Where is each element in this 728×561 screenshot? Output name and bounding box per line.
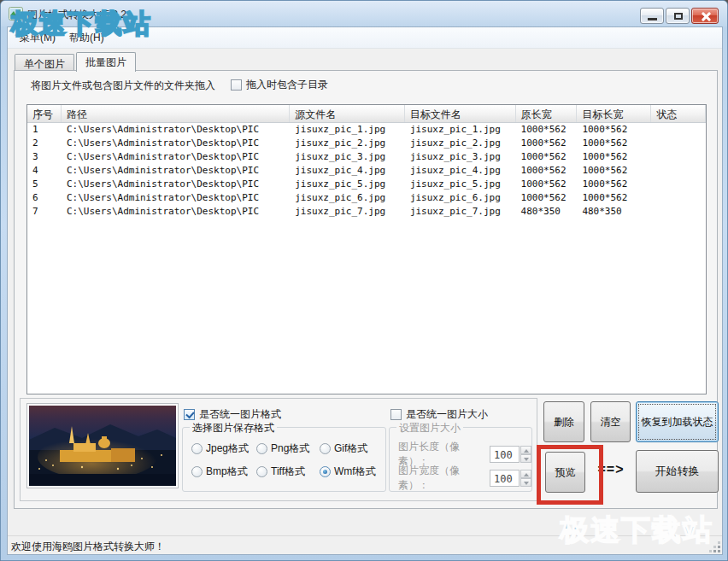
clear-button[interactable]: 清空: [590, 401, 631, 442]
format-groupbox: 选择图片保存格式 Jpeg格式 Png格式 Gif格式 Bmp格式: [182, 427, 386, 492]
table-row[interactable]: 3C:\Users\Administrator\Desktop\PICjisux…: [27, 150, 706, 164]
table-cell-index: 6: [27, 191, 62, 205]
app-window: 图片格式转换大师 3.2 菜单(M) 帮助(H) 单个图片 批量图片 将图片文件…: [0, 0, 728, 561]
table-cell-target: jisuxz_pic_2.jpg: [405, 137, 516, 150]
delete-button[interactable]: 删除: [543, 401, 584, 442]
radio-jpeg-label: Jpeg格式: [206, 441, 249, 456]
down-arrow-icon[interactable]: [520, 454, 531, 463]
table-cell-index: 4: [27, 164, 62, 178]
col-header-index[interactable]: 序号: [27, 105, 62, 122]
table-cell-index: 7: [27, 205, 62, 219]
col-header-path[interactable]: 路径: [62, 105, 290, 122]
table-cell-target: jisuxz_pic_6.jpg: [405, 191, 516, 205]
table-cell-path: C:\Users\Administrator\Desktop\PIC: [62, 205, 290, 219]
col-header-status[interactable]: 状态: [651, 105, 706, 122]
preview-thumbnail: [26, 403, 179, 488]
tab-batch-images[interactable]: 批量图片: [76, 52, 136, 72]
restore-button[interactable]: 恢复到加载状态: [636, 401, 719, 442]
unify-size-label: 是否统一图片大小: [406, 407, 488, 422]
length-stepper[interactable]: [520, 446, 531, 463]
table-cell-target_size: 1000*562: [577, 137, 651, 150]
menu-item-system[interactable]: 菜单(M): [13, 28, 62, 48]
table-cell-target_size: 1000*562: [577, 178, 651, 191]
table-cell-index: 2: [27, 137, 62, 150]
table-row[interactable]: 7C:\Users\Administrator\Desktop\PICjisux…: [27, 205, 706, 219]
window-title: 图片格式转换大师 3.2: [27, 8, 126, 22]
up-arrow-icon[interactable]: [520, 446, 531, 454]
night-city-image: [29, 406, 176, 486]
radio-wmf[interactable]: [320, 466, 331, 477]
table-cell-path: C:\Users\Administrator\Desktop\PIC: [62, 191, 290, 205]
table-cell-orig_size: 480*350: [516, 205, 578, 219]
col-header-target-size[interactable]: 目标长宽: [577, 105, 651, 122]
table-row[interactable]: 5C:\Users\Administrator\Desktop\PICjisux…: [27, 178, 706, 191]
unify-format-checkbox[interactable]: [184, 409, 195, 420]
table-cell-orig_size: 1000*562: [516, 150, 578, 164]
table-cell-source: jisuxz_pic_4.jpg: [290, 164, 405, 178]
radio-gif[interactable]: [320, 443, 331, 454]
table-cell-status: [651, 150, 706, 164]
table-row[interactable]: 2C:\Users\Administrator\Desktop\PICjisux…: [27, 137, 706, 150]
table-cell-path: C:\Users\Administrator\Desktop\PIC: [62, 178, 290, 191]
table-cell-orig_size: 1000*562: [516, 191, 578, 205]
col-header-target[interactable]: 目标文件名: [405, 105, 516, 122]
maximize-icon: [674, 13, 683, 20]
table-cell-target_size: 1000*562: [577, 164, 651, 178]
width-label: 图片宽度（像素）：: [398, 464, 486, 493]
status-bar: 欢迎使用海鸥图片格式转换大师！: [8, 535, 722, 554]
batch-tab-page: 将图片文件或包含图片文件的文件夹拖入 拖入时包含子目录 序号 路径 源文件名 目…: [14, 70, 718, 509]
down-arrow-icon[interactable]: [520, 478, 531, 487]
radio-bmp[interactable]: [191, 466, 203, 477]
include-subdir-checkbox[interactable]: [231, 79, 242, 91]
close-icon: [701, 11, 711, 21]
tab-single-image[interactable]: 单个图片: [15, 54, 74, 71]
width-stepper[interactable]: [520, 470, 531, 487]
table-cell-status: [651, 164, 706, 178]
table-cell-orig_size: 1000*562: [516, 164, 578, 178]
radio-bmp-label: Bmp格式: [206, 465, 248, 479]
file-table: 序号 路径 源文件名 目标文件名 原长宽 目标长宽 状态 1C:\Users\A…: [26, 104, 707, 394]
table-cell-path: C:\Users\Administrator\Desktop\PIC: [62, 123, 290, 137]
table-cell-status: [651, 191, 706, 205]
status-message: 欢迎使用海鸥图片格式转换大师！: [11, 540, 165, 554]
up-arrow-icon[interactable]: [520, 470, 531, 478]
radio-wmf-label: Wmf格式: [334, 465, 376, 479]
minimize-icon: [648, 18, 657, 20]
radio-tiff[interactable]: [256, 466, 267, 477]
maximize-button[interactable]: [666, 8, 690, 24]
title-bar: 图片格式转换大师 3.2: [1, 1, 727, 26]
table-row[interactable]: 4C:\Users\Administrator\Desktop\PICjisux…: [27, 164, 706, 178]
unify-size-checkbox[interactable]: [390, 409, 402, 420]
table-cell-target: jisuxz_pic_3.jpg: [405, 150, 516, 164]
radio-jpeg[interactable]: [191, 443, 203, 454]
app-icon: [9, 7, 23, 20]
radio-png[interactable]: [256, 443, 267, 454]
table-cell-index: 1: [27, 123, 62, 137]
table-cell-path: C:\Users\Administrator\Desktop\PIC: [62, 164, 290, 178]
close-button[interactable]: [691, 8, 719, 24]
width-input[interactable]: 100: [490, 470, 520, 487]
table-cell-target: jisuxz_pic_5.jpg: [405, 178, 516, 191]
table-row[interactable]: 1C:\Users\Administrator\Desktop\PICjisux…: [27, 123, 706, 137]
col-header-orig-size[interactable]: 原长宽: [516, 105, 578, 122]
unify-format-label: 是否统一图片格式: [199, 407, 281, 422]
table-cell-status: [651, 123, 706, 137]
size-group-label: 设置图片大小: [396, 421, 463, 435]
menu-item-help[interactable]: 帮助(H): [62, 28, 111, 48]
table-header-row: 序号 路径 源文件名 目标文件名 原长宽 目标长宽 状态: [27, 105, 706, 123]
table-row[interactable]: 6C:\Users\Administrator\Desktop\PICjisux…: [27, 191, 706, 205]
start-convert-button[interactable]: 开始转换: [636, 450, 719, 493]
table-cell-target_size: 1000*562: [577, 150, 651, 164]
radio-png-label: Png格式: [271, 441, 309, 456]
table-cell-target_size: 1000*562: [577, 123, 651, 137]
length-input[interactable]: 100: [490, 446, 520, 463]
minimize-button[interactable]: [640, 8, 664, 24]
table-body: 1C:\Users\Administrator\Desktop\PICjisux…: [27, 123, 706, 219]
table-cell-path: C:\Users\Administrator\Desktop\PIC: [62, 137, 290, 150]
table-cell-source: jisuxz_pic_2.jpg: [290, 137, 405, 150]
table-cell-source: jisuxz_pic_1.jpg: [290, 123, 405, 137]
table-cell-orig_size: 1000*562: [516, 123, 578, 137]
resize-grip-icon[interactable]: [709, 541, 720, 552]
table-cell-target_size: 480*350: [577, 205, 651, 219]
col-header-source[interactable]: 源文件名: [290, 105, 405, 122]
